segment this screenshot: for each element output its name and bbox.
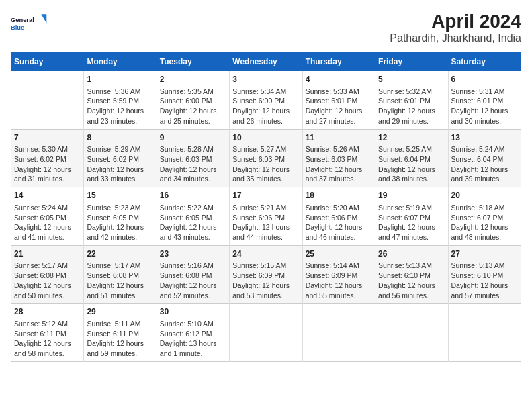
- day-info: Sunrise: 5:21 AM Sunset: 6:06 PM Dayligh…: [232, 203, 299, 242]
- day-info: Sunrise: 5:20 AM Sunset: 6:06 PM Dayligh…: [306, 203, 372, 242]
- day-info: Sunrise: 5:31 AM Sunset: 6:01 PM Dayligh…: [451, 87, 518, 126]
- day-info: Sunrise: 5:30 AM Sunset: 6:02 PM Dayligh…: [14, 144, 81, 184]
- calendar-cell: 22Sunrise: 5:17 AM Sunset: 6:08 PM Dayli…: [84, 245, 157, 304]
- day-info: Sunrise: 5:29 AM Sunset: 6:02 PM Dayligh…: [87, 144, 153, 184]
- day-number: 12: [378, 132, 445, 144]
- day-info: Sunrise: 5:17 AM Sunset: 6:08 PM Dayligh…: [87, 261, 153, 300]
- page-subtitle: Pathardih, Jharkhand, India: [390, 32, 521, 44]
- day-info: Sunrise: 5:15 AM Sunset: 6:09 PM Dayligh…: [232, 261, 299, 300]
- calendar-cell: 12Sunrise: 5:25 AM Sunset: 6:04 PM Dayli…: [375, 129, 448, 187]
- calendar-week-row: 28Sunrise: 5:12 AM Sunset: 6:11 PM Dayli…: [11, 304, 521, 362]
- calendar-cell: 14Sunrise: 5:24 AM Sunset: 6:05 PM Dayli…: [11, 187, 84, 246]
- calendar-cell: [11, 71, 84, 130]
- day-number: 30: [160, 306, 226, 318]
- day-number: 7: [14, 132, 81, 144]
- calendar-cell: 6Sunrise: 5:31 AM Sunset: 6:01 PM Daylig…: [448, 71, 521, 130]
- calendar-cell: 10Sunrise: 5:27 AM Sunset: 6:03 PM Dayli…: [230, 129, 302, 187]
- day-number: 15: [87, 190, 153, 201]
- calendar-cell: 2Sunrise: 5:35 AM Sunset: 6:00 PM Daylig…: [157, 71, 229, 130]
- logo: General Blue: [11, 11, 51, 36]
- day-info: Sunrise: 5:24 AM Sunset: 6:05 PM Dayligh…: [14, 203, 81, 242]
- calendar-header-row: SundayMondayTuesdayWednesdayThursdayFrid…: [11, 53, 521, 71]
- calendar-cell: 20Sunrise: 5:18 AM Sunset: 6:07 PM Dayli…: [448, 187, 521, 246]
- day-number: 22: [87, 248, 153, 260]
- calendar-cell: 5Sunrise: 5:32 AM Sunset: 6:01 PM Daylig…: [375, 71, 448, 130]
- calendar-cell: 16Sunrise: 5:22 AM Sunset: 6:05 PM Dayli…: [157, 187, 229, 246]
- day-info: Sunrise: 5:24 AM Sunset: 6:04 PM Dayligh…: [451, 144, 518, 184]
- day-info: Sunrise: 5:36 AM Sunset: 5:59 PM Dayligh…: [87, 87, 153, 126]
- svg-text:Blue: Blue: [11, 24, 24, 31]
- day-info: Sunrise: 5:16 AM Sunset: 6:08 PM Dayligh…: [160, 261, 226, 300]
- day-number: 16: [160, 190, 226, 201]
- calendar-cell: 26Sunrise: 5:13 AM Sunset: 6:10 PM Dayli…: [375, 245, 448, 304]
- svg-text:General: General: [11, 17, 34, 24]
- day-info: Sunrise: 5:26 AM Sunset: 6:03 PM Dayligh…: [306, 144, 372, 184]
- day-number: 23: [160, 248, 226, 260]
- calendar-cell: 9Sunrise: 5:28 AM Sunset: 6:03 PM Daylig…: [157, 129, 229, 187]
- day-info: Sunrise: 5:22 AM Sunset: 6:05 PM Dayligh…: [160, 203, 226, 242]
- calendar-week-row: 7Sunrise: 5:30 AM Sunset: 6:02 PM Daylig…: [11, 129, 521, 187]
- calendar-cell: 19Sunrise: 5:19 AM Sunset: 6:07 PM Dayli…: [375, 187, 448, 246]
- day-info: Sunrise: 5:11 AM Sunset: 6:11 PM Dayligh…: [87, 319, 153, 359]
- day-number: 1: [87, 74, 153, 85]
- title-block: April 2024 Pathardih, Jharkhand, India: [390, 11, 521, 44]
- col-header-thursday: Thursday: [302, 53, 375, 71]
- day-number: 3: [232, 74, 299, 85]
- day-info: Sunrise: 5:19 AM Sunset: 6:07 PM Dayligh…: [378, 203, 445, 242]
- day-info: Sunrise: 5:14 AM Sunset: 6:09 PM Dayligh…: [306, 261, 372, 300]
- day-number: 11: [306, 132, 372, 144]
- calendar-cell: 18Sunrise: 5:20 AM Sunset: 6:06 PM Dayli…: [302, 187, 375, 246]
- day-number: 28: [14, 306, 81, 318]
- day-info: Sunrise: 5:17 AM Sunset: 6:08 PM Dayligh…: [14, 261, 81, 300]
- svg-marker-2: [41, 14, 46, 23]
- page-title: April 2024: [390, 11, 521, 32]
- day-info: Sunrise: 5:25 AM Sunset: 6:04 PM Dayligh…: [378, 144, 445, 184]
- col-header-sunday: Sunday: [11, 53, 84, 71]
- calendar-cell: 3Sunrise: 5:34 AM Sunset: 6:00 PM Daylig…: [230, 71, 302, 130]
- col-header-saturday: Saturday: [448, 53, 521, 71]
- day-info: Sunrise: 5:12 AM Sunset: 6:11 PM Dayligh…: [14, 319, 81, 359]
- day-number: 27: [451, 248, 518, 260]
- calendar-cell: 23Sunrise: 5:16 AM Sunset: 6:08 PM Dayli…: [157, 245, 229, 304]
- day-number: 14: [14, 190, 81, 201]
- day-info: Sunrise: 5:34 AM Sunset: 6:00 PM Dayligh…: [232, 87, 299, 126]
- calendar-cell: 24Sunrise: 5:15 AM Sunset: 6:09 PM Dayli…: [230, 245, 302, 304]
- day-info: Sunrise: 5:23 AM Sunset: 6:05 PM Dayligh…: [87, 203, 153, 242]
- calendar-cell: [302, 304, 375, 362]
- day-info: Sunrise: 5:35 AM Sunset: 6:00 PM Dayligh…: [160, 87, 226, 126]
- calendar-cell: 4Sunrise: 5:33 AM Sunset: 6:01 PM Daylig…: [302, 71, 375, 130]
- day-number: 17: [232, 190, 299, 201]
- calendar-cell: 25Sunrise: 5:14 AM Sunset: 6:09 PM Dayli…: [302, 245, 375, 304]
- calendar-cell: 30Sunrise: 5:10 AM Sunset: 6:12 PM Dayli…: [157, 304, 229, 362]
- day-number: 13: [451, 132, 518, 144]
- calendar-cell: 13Sunrise: 5:24 AM Sunset: 6:04 PM Dayli…: [448, 129, 521, 187]
- calendar-cell: 27Sunrise: 5:13 AM Sunset: 6:10 PM Dayli…: [448, 245, 521, 304]
- calendar-cell: [375, 304, 448, 362]
- page-header: General Blue April 2024 Pathardih, Jhark…: [11, 11, 521, 44]
- col-header-monday: Monday: [84, 53, 157, 71]
- calendar-cell: 17Sunrise: 5:21 AM Sunset: 6:06 PM Dayli…: [230, 187, 302, 246]
- calendar-week-row: 14Sunrise: 5:24 AM Sunset: 6:05 PM Dayli…: [11, 187, 521, 246]
- col-header-tuesday: Tuesday: [157, 53, 229, 71]
- day-number: 10: [232, 132, 299, 144]
- day-number: 9: [160, 132, 226, 144]
- day-number: 18: [306, 190, 372, 201]
- calendar-cell: 7Sunrise: 5:30 AM Sunset: 6:02 PM Daylig…: [11, 129, 84, 187]
- calendar-table: SundayMondayTuesdayWednesdayThursdayFrid…: [11, 52, 521, 362]
- calendar-cell: 15Sunrise: 5:23 AM Sunset: 6:05 PM Dayli…: [84, 187, 157, 246]
- day-number: 6: [451, 74, 518, 85]
- calendar-cell: 28Sunrise: 5:12 AM Sunset: 6:11 PM Dayli…: [11, 304, 84, 362]
- calendar-cell: 8Sunrise: 5:29 AM Sunset: 6:02 PM Daylig…: [84, 129, 157, 187]
- calendar-cell: 11Sunrise: 5:26 AM Sunset: 6:03 PM Dayli…: [302, 129, 375, 187]
- col-header-wednesday: Wednesday: [230, 53, 302, 71]
- day-info: Sunrise: 5:28 AM Sunset: 6:03 PM Dayligh…: [160, 144, 226, 184]
- day-info: Sunrise: 5:33 AM Sunset: 6:01 PM Dayligh…: [306, 87, 372, 126]
- day-info: Sunrise: 5:10 AM Sunset: 6:12 PM Dayligh…: [160, 319, 226, 359]
- day-number: 5: [378, 74, 445, 85]
- day-number: 25: [306, 248, 372, 260]
- calendar-cell: [448, 304, 521, 362]
- calendar-cell: 21Sunrise: 5:17 AM Sunset: 6:08 PM Dayli…: [11, 245, 84, 304]
- day-info: Sunrise: 5:32 AM Sunset: 6:01 PM Dayligh…: [378, 87, 445, 126]
- day-number: 4: [306, 74, 372, 85]
- day-number: 24: [232, 248, 299, 260]
